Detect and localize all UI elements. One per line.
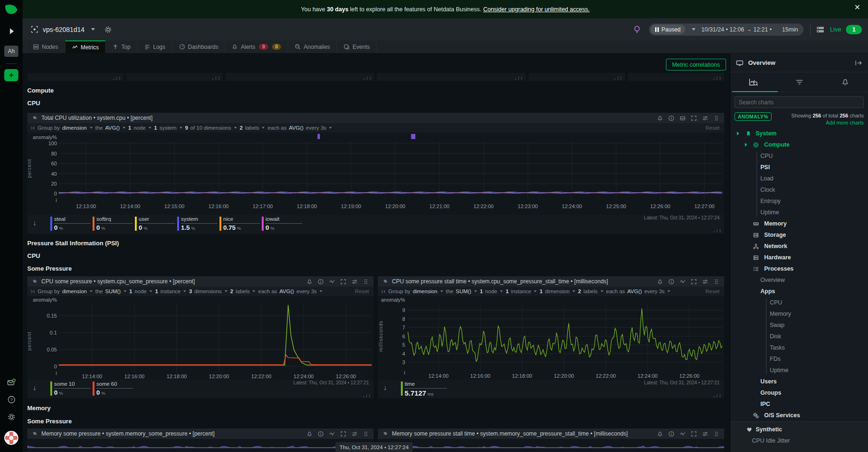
expand-icon[interactable] [691, 279, 697, 285]
tree-item-entropy[interactable]: Entropy [730, 195, 868, 207]
wave-icon[interactable] [680, 431, 686, 437]
tree-item-hardware[interactable]: Hardware [730, 252, 868, 263]
tree-item-storage[interactable]: Storage [730, 229, 868, 241]
chevron-right-icon[interactable] [745, 143, 747, 147]
tree-item-o-s-services[interactable]: O/S Services [730, 410, 868, 421]
tab-nodes[interactable]: Nodes [26, 40, 65, 53]
tree-item-system[interactable]: System [730, 128, 868, 139]
bell-icon[interactable] [657, 279, 663, 285]
grip-icon[interactable] [363, 431, 369, 437]
tree-item-processes[interactable]: Processes [730, 263, 868, 274]
bell-icon[interactable] [657, 431, 663, 437]
toolbar-segment[interactable]: AVG() [627, 288, 642, 294]
legend-item-time[interactable]: time5.7127ms [401, 382, 442, 396]
anomaly-rate-badge[interactable]: ANOMALY% [735, 112, 772, 121]
toolbar-segment[interactable]: each as [267, 125, 286, 131]
upgrade-link[interactable]: Consider upgrading for unlimited access. [483, 6, 590, 13]
tree-item-network[interactable]: Network [730, 241, 868, 252]
feedback-icon[interactable] [7, 379, 16, 386]
toolbar-segment[interactable]: the [95, 288, 103, 294]
tab-events[interactable]: Events [337, 40, 377, 53]
toolbar-segment[interactable]: 1 [540, 288, 542, 294]
toolbar-segment[interactable]: the [446, 288, 454, 294]
tab-logs[interactable]: Logs [138, 40, 172, 53]
toolbar-segment[interactable]: 1 [129, 288, 132, 294]
collapse-sidebar-icon[interactable] [855, 60, 862, 66]
close-banner-icon[interactable]: ✕ [854, 4, 860, 11]
paused-button[interactable]: Paused [650, 24, 686, 34]
wave-icon[interactable] [680, 279, 686, 285]
grip-icon[interactable] [363, 279, 369, 285]
add-more-charts-link[interactable]: Add more charts [791, 119, 864, 126]
box-icon[interactable] [680, 115, 686, 121]
toolbar-segment[interactable]: 1 [155, 288, 158, 294]
toolbar-segment[interactable]: node [134, 288, 147, 294]
info-icon[interactable] [668, 115, 674, 121]
toolbar-segment[interactable]: AVG() [280, 288, 294, 294]
collapsed-chart[interactable]: .:: [377, 73, 525, 81]
bell-icon[interactable] [657, 115, 663, 121]
toolbar-segment[interactable]: AVG() [105, 125, 120, 131]
expand-icon[interactable] [340, 431, 346, 437]
toolbar-segment[interactable]: 2 [240, 125, 242, 131]
sliders-icon[interactable] [702, 431, 708, 437]
grip-icon[interactable] [713, 431, 719, 437]
collapsed-chart[interactable]: .:: [628, 73, 724, 81]
add-space-button[interactable]: + [4, 69, 18, 81]
node-selector-icon[interactable] [31, 25, 39, 33]
chart-plot[interactable]: anomaly%9876543i12:14:0012:16:0012:18:00… [378, 296, 724, 380]
resize-handle[interactable]: .:: [613, 76, 622, 80]
tree-item-uptime[interactable]: Uptime [730, 365, 868, 376]
collapsed-chart[interactable]: .:: [126, 73, 223, 81]
resize-handle[interactable]: .:: [363, 76, 372, 80]
toolbar-segment[interactable]: SUM() [105, 288, 121, 294]
tree-item-cpu[interactable]: CPU [730, 150, 868, 162]
tree-item-synthetic[interactable]: Synthetic [730, 424, 868, 435]
toolbar-segment[interactable]: 1 [480, 288, 483, 294]
legend-item-user[interactable]: user0% [135, 217, 176, 231]
space-avatar[interactable]: Ah [4, 46, 18, 57]
settings-icon[interactable] [8, 413, 16, 421]
toolbar-segment[interactable]: instance [511, 288, 531, 294]
toolbar-segment[interactable]: dimension [62, 125, 86, 131]
resize-handle[interactable]: .:: [713, 228, 722, 233]
legend-item-some-60[interactable]: some 600% [93, 382, 134, 396]
node-settings-icon[interactable] [104, 26, 112, 33]
toolbar-segment[interactable]: AVG() [289, 125, 304, 131]
toolbar-segment[interactable]: system [159, 125, 176, 131]
skip-icon[interactable] [381, 289, 386, 294]
tree-item-users[interactable]: Users [730, 376, 868, 387]
resize-handle[interactable]: .:: [514, 76, 523, 80]
chevron-right-icon[interactable] [737, 132, 739, 135]
tree-item-tasks[interactable]: Tasks [730, 342, 868, 353]
legend-item-system[interactable]: system1.5% [177, 217, 219, 231]
bell-icon[interactable] [306, 279, 313, 285]
toolbar-segment[interactable]: every 3s [306, 125, 326, 131]
tree-item-cpu-idle-jitter[interactable]: CPU Idle Jitter [730, 435, 868, 446]
chart-plot[interactable]: anomaly%0.150.10.050i12:14:0012:16:0012:… [27, 296, 374, 380]
toolbar-segment[interactable]: 1 [128, 125, 131, 131]
sliders-icon[interactable] [702, 115, 708, 121]
grip-icon[interactable] [713, 115, 719, 121]
toolbar-segment[interactable]: 1 [154, 125, 157, 131]
legend-item-iowait[interactable]: iowait0% [262, 217, 303, 231]
tree-item-apps[interactable]: Apps [730, 286, 868, 297]
toolbar-segment[interactable]: labels [245, 125, 259, 131]
wave-icon[interactable] [329, 279, 335, 285]
legend-item-steal[interactable]: steal0% [50, 217, 92, 231]
tree-item-groups[interactable]: Groups [730, 387, 868, 398]
node-list-icon[interactable] [816, 26, 824, 33]
chart-plot[interactable] [378, 439, 724, 452]
legend-item-nice[interactable]: nice0.75% [219, 217, 261, 231]
toolbar-segment[interactable]: 9 [185, 125, 188, 131]
tree-item-load[interactable]: Load [730, 173, 868, 184]
info-icon[interactable] [318, 279, 324, 285]
legend-item-some-10[interactable]: some 100% [50, 382, 92, 396]
tab-top[interactable]: Top [106, 40, 137, 53]
tab-dashboards[interactable]: Dashboards [172, 40, 226, 53]
sidebar-tab-filter[interactable] [776, 72, 822, 92]
grip-icon[interactable] [713, 279, 719, 285]
skip-icon[interactable] [30, 289, 35, 294]
toolbar-segment[interactable]: node [133, 125, 146, 131]
toolbar-segment[interactable]: 3 [189, 288, 192, 294]
